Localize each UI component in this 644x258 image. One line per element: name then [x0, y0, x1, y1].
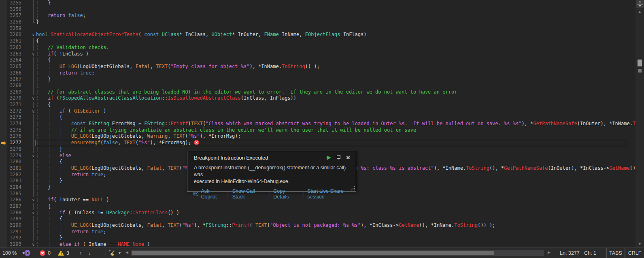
code-cleanup-button[interactable]: ✦ ▾: [109, 248, 121, 258]
breakpoint-margin[interactable]: [0, 26, 7, 32]
code-line[interactable]: 3288∨¦ ¦ if ( InClass != UPackage::Stati…: [0, 210, 644, 216]
breakpoint-margin[interactable]: [0, 210, 7, 216]
breakpoint-margin[interactable]: [0, 229, 7, 235]
code-line[interactable]: 3276¦ ¦ ¦ UE_LOG(LogUObjectGlobals, Warn…: [0, 133, 644, 140]
zoom-control[interactable]: 100 % ▾: [2, 248, 24, 258]
breakpoint-margin[interactable]: [0, 133, 7, 140]
code-line[interactable]: 3269¦ // for abstract classes that are b…: [0, 89, 644, 96]
breakpoint-margin[interactable]: [0, 172, 7, 178]
breakpoint-margin[interactable]: [0, 38, 7, 45]
next-diagnostic-button[interactable]: ↓: [89, 250, 91, 256]
code-line[interactable]: 3268¦: [0, 83, 644, 89]
breakpoint-margin[interactable]: [0, 89, 7, 96]
scroll-up-arrow[interactable]: ▲: [635, 10, 644, 14]
column-indicator[interactable]: Ch: 1: [584, 248, 596, 258]
breakpoint-margin[interactable]: [0, 64, 7, 70]
breakpoint-margin[interactable]: [0, 70, 7, 77]
fold-collapse-icon[interactable]: ∨: [31, 108, 36, 115]
breakpoint-margin[interactable]: [0, 184, 7, 191]
horizontal-scrollbar-thumb[interactable]: [132, 251, 494, 255]
breakpoint-margin[interactable]: [0, 153, 7, 159]
fold-collapse-icon[interactable]: ∨: [31, 197, 36, 203]
breakpoint-margin[interactable]: [0, 57, 7, 64]
ask-copilot-link[interactable]: Ask Copilot: [201, 188, 223, 200]
fold-collapse-icon[interactable]: ∨: [31, 153, 36, 159]
breakpoint-margin[interactable]: [0, 51, 7, 58]
start-live-share-link[interactable]: Start Live Share session: [307, 188, 356, 200]
horizontal-scrollbar[interactable]: ◀ ▶: [125, 249, 550, 256]
breakpoint-margin[interactable]: [0, 13, 7, 19]
breakpoint-margin[interactable]: [0, 178, 7, 184]
prev-diagnostic-button[interactable]: ↑: [79, 250, 82, 256]
breakpoint-margin[interactable]: [0, 197, 7, 203]
code-line[interactable]: 3273¦ ¦ {: [0, 114, 644, 121]
scroll-left-arrow[interactable]: ◀: [125, 250, 128, 254]
horizontal-scrollbar-track[interactable]: [131, 250, 544, 256]
code-line[interactable]: 3263∨¦ if( !InClass ): [0, 51, 644, 58]
code-line[interactable]: 3275¦ ¦ ¦ // if we are trying instantiat…: [0, 127, 644, 134]
breakpoint-margin[interactable]: [0, 108, 7, 115]
pin-icon[interactable]: [335, 154, 342, 161]
show-call-stack-link[interactable]: Show Call Stack: [232, 188, 265, 200]
close-icon[interactable]: [344, 154, 352, 161]
breakpoint-margin[interactable]: [0, 235, 7, 241]
vertical-scrollbar[interactable]: ▲ ▼: [635, 8, 644, 247]
code-lines[interactable]: 3255¦ }3256¦3257¦ return false;3258}3259…: [0, 0, 644, 247]
code-line[interactable]: 3292¦ ¦ }: [0, 235, 644, 241]
breakpoint-margin[interactable]: [0, 241, 7, 247]
breakpoint-margin[interactable]: [0, 191, 7, 197]
breakpoint-margin[interactable]: [0, 146, 7, 153]
breakpoint-margin[interactable]: [0, 203, 7, 210]
breakpoint-margin[interactable]: [0, 121, 7, 127]
breakpoint-margin[interactable]: [0, 222, 7, 229]
breakpoint-margin[interactable]: [0, 102, 7, 108]
indent-mode-indicator[interactable]: TABS: [606, 248, 625, 258]
code-line[interactable]: 3256¦: [0, 6, 644, 13]
code-line[interactable]: 3259: [0, 26, 644, 32]
scroll-right-arrow[interactable]: ▶: [548, 250, 550, 254]
code-line[interactable]: 3255¦ }: [0, 0, 644, 6]
fold-collapse-icon[interactable]: ∨: [31, 51, 36, 58]
code-line[interactable]: 3257¦ return false;: [0, 13, 644, 19]
copy-details-link[interactable]: Copy Details: [273, 188, 299, 200]
code-line[interactable]: 3258}: [0, 19, 644, 26]
fold-collapse-icon[interactable]: ∨: [31, 32, 36, 38]
fold-collapse-icon[interactable]: ∨: [31, 241, 36, 247]
code-line[interactable]: 3293∨¦ ¦ else if ( InName == NAME_None ): [0, 241, 644, 247]
code-editor[interactable]: 3255¦ }3256¦3257¦ return false;3258}3259…: [0, 0, 644, 247]
popup-resize-grip[interactable]: [351, 186, 355, 190]
code-line[interactable]: 3260∨bool StaticAllocateObjectErrorTests…: [0, 32, 644, 38]
line-indicator[interactable]: Ln: 3277: [560, 248, 580, 258]
fold-collapse-icon[interactable]: ∨: [31, 95, 36, 102]
breakpoint-margin[interactable]: [0, 165, 7, 172]
continue-play-icon[interactable]: [325, 154, 332, 161]
line-ending-indicator[interactable]: CRLF: [625, 248, 644, 258]
error-indicator[interactable]: 0: [40, 248, 51, 258]
breakpoint-margin[interactable]: [0, 83, 7, 89]
code-line[interactable]: 3270∨¦ if (FScopedAllowAbstractClassAllo…: [0, 95, 644, 102]
breakpoint-margin[interactable]: [0, 159, 7, 165]
fold-collapse-icon[interactable]: ∨: [31, 210, 36, 216]
breakpoint-margin[interactable]: [0, 127, 7, 134]
code-line[interactable]: 3287¦ {: [0, 203, 644, 210]
copilot-status-button[interactable]: [24, 248, 30, 258]
code-line[interactable]: 3277¦ ¦ ¦ ensureMsgf(false, TEXT("%s"), …: [0, 140, 644, 146]
breakpoint-margin[interactable]: [0, 76, 7, 83]
breakpoint-margin[interactable]: [0, 140, 7, 146]
breakpoint-margin[interactable]: [0, 216, 7, 222]
code-line[interactable]: 3267¦ }: [0, 76, 644, 83]
breakpoint-margin[interactable]: [0, 114, 7, 121]
code-line[interactable]: 3291¦ ¦ ¦ return true;: [0, 229, 644, 235]
editor-split-handle[interactable]: [635, 0, 644, 8]
code-line[interactable]: 3274¦ ¦ ¦ const FString ErrorMsg = FStri…: [0, 121, 644, 127]
warning-indicator[interactable]: 3: [58, 248, 69, 258]
code-line[interactable]: 3266¦ ¦ return true;: [0, 70, 644, 77]
code-line[interactable]: 3264¦ {: [0, 57, 644, 64]
breakpoint-margin[interactable]: [0, 19, 7, 26]
breakpoint-margin[interactable]: [0, 95, 7, 102]
code-line[interactable]: 3289¦ ¦ {: [0, 216, 644, 222]
scroll-down-arrow[interactable]: ▼: [635, 242, 644, 246]
breakpoint-margin[interactable]: [0, 0, 7, 6]
breakpoint-margin[interactable]: [0, 45, 7, 51]
code-line[interactable]: 3271¦ {: [0, 102, 644, 108]
